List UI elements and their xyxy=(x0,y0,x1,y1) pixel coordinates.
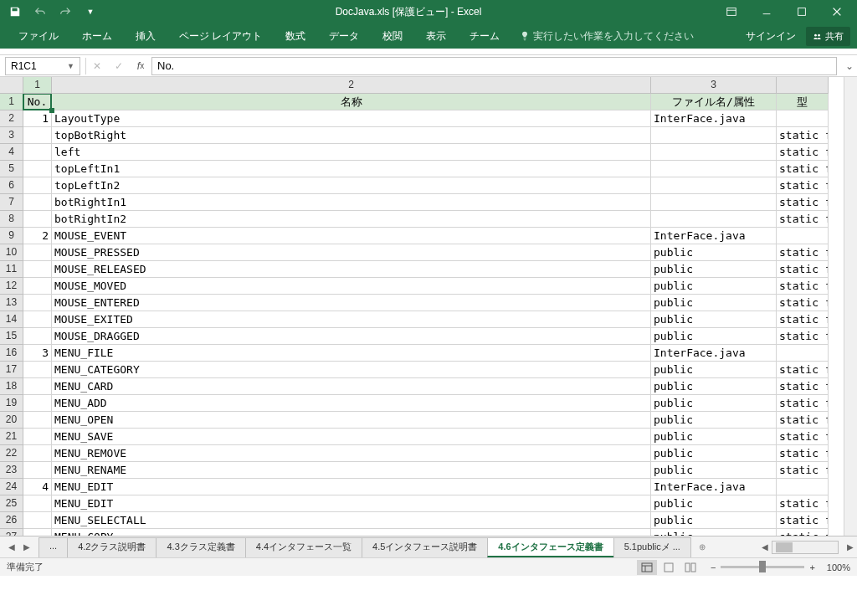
new-sheet-icon[interactable]: ⊕ xyxy=(695,540,709,555)
cell[interactable]: static f xyxy=(777,261,829,278)
cell[interactable]: MOUSE_ENTERED xyxy=(52,295,651,311)
cell[interactable] xyxy=(23,295,52,311)
row-header[interactable]: 25 xyxy=(0,495,23,512)
row-header[interactable]: 14 xyxy=(0,311,23,328)
row-header[interactable]: 3 xyxy=(0,127,23,144)
row-header[interactable]: 23 xyxy=(0,462,23,479)
minimize-icon[interactable] xyxy=(750,2,783,22)
cell[interactable]: public xyxy=(651,462,777,479)
cell[interactable]: MENU_EDIT xyxy=(52,479,651,495)
column-header[interactable]: 2 xyxy=(52,77,651,93)
cell[interactable]: public xyxy=(651,429,777,445)
hscroll-right-icon[interactable]: ▶ xyxy=(844,540,857,555)
sheet-tab[interactable]: 4.4インタフェース一覧 xyxy=(245,537,362,557)
cell[interactable] xyxy=(23,261,52,278)
row-header[interactable]: 18 xyxy=(0,378,23,395)
cell[interactable]: 4 xyxy=(23,479,52,495)
cell[interactable]: MENU_EDIT xyxy=(52,495,651,512)
cell[interactable]: static f xyxy=(777,311,829,328)
cell[interactable] xyxy=(777,345,829,362)
view-page-break-icon[interactable] xyxy=(680,560,700,575)
save-icon[interactable] xyxy=(3,2,27,22)
cell[interactable]: MENU_RENAME xyxy=(52,462,651,479)
zoom-in-icon[interactable]: + xyxy=(809,562,814,572)
row-header[interactable]: 19 xyxy=(0,395,23,412)
column-headers[interactable]: 123 xyxy=(23,77,829,94)
cell[interactable]: static f xyxy=(777,127,829,144)
row-header[interactable]: 26 xyxy=(0,512,23,529)
cell[interactable] xyxy=(23,395,52,412)
row-header[interactable]: 2 xyxy=(0,110,23,127)
ribbon-tab[interactable]: データ xyxy=(317,29,371,44)
row-header[interactable]: 20 xyxy=(0,412,23,429)
cell[interactable]: topBotRight xyxy=(52,127,651,144)
cell[interactable]: public xyxy=(651,311,777,328)
cell[interactable]: InterFace.java xyxy=(651,228,777,244)
cell[interactable]: MENU_ADD xyxy=(52,395,651,412)
cell-grid[interactable]: No.名称ファイル名/属性型1LayoutTypeInterFace.javat… xyxy=(23,94,829,536)
sheet-tab[interactable]: 4.5インタフェース説明書 xyxy=(362,537,488,557)
cell[interactable] xyxy=(777,110,829,127)
ribbon-tab[interactable]: ページ レイアウト xyxy=(167,29,274,44)
zoom-out-icon[interactable]: − xyxy=(711,562,716,572)
sheet-tab[interactable]: 5.1publicメ ... xyxy=(613,537,691,557)
cell[interactable]: botRightIn2 xyxy=(52,211,651,228)
cell[interactable]: 3 xyxy=(23,345,52,362)
cell[interactable]: LayoutType xyxy=(52,110,651,127)
cell[interactable] xyxy=(23,144,52,161)
cell[interactable]: static f xyxy=(777,395,829,412)
cell[interactable] xyxy=(23,429,52,445)
cell[interactable]: InterFace.java xyxy=(651,110,777,127)
tell-me-box[interactable]: 実行したい作業を入力してください xyxy=(511,29,702,44)
sheet-tab[interactable]: 4.3クラス定義書 xyxy=(156,537,245,557)
cell[interactable] xyxy=(777,479,829,495)
cell[interactable]: public xyxy=(651,495,777,512)
cell[interactable]: topLeftIn1 xyxy=(52,161,651,177)
cell[interactable]: static f xyxy=(777,495,829,512)
header-cell[interactable]: No. xyxy=(23,94,52,110)
row-header[interactable]: 4 xyxy=(0,144,23,161)
chevron-down-icon[interactable]: ▼ xyxy=(67,62,74,70)
row-header[interactable]: 12 xyxy=(0,278,23,295)
cell[interactable] xyxy=(23,244,52,261)
row-header[interactable]: 9 xyxy=(0,228,23,244)
cell[interactable]: MOUSE_RELEASED xyxy=(52,261,651,278)
zoom-level[interactable]: 100% xyxy=(827,562,850,572)
row-header[interactable]: 27 xyxy=(0,529,23,536)
cell[interactable]: MENU_OPEN xyxy=(52,412,651,429)
row-header[interactable]: 7 xyxy=(0,194,23,211)
expand-formula-icon[interactable]: ⌄ xyxy=(842,60,857,72)
cell[interactable]: MENU_FILE xyxy=(52,345,651,362)
cell[interactable]: MOUSE_EVENT xyxy=(52,228,651,244)
cell[interactable] xyxy=(651,211,777,228)
cell[interactable]: static f xyxy=(777,161,829,177)
cell[interactable]: static f xyxy=(777,512,829,529)
row-header[interactable]: 17 xyxy=(0,362,23,378)
undo-icon[interactable] xyxy=(28,2,52,22)
row-header[interactable]: 22 xyxy=(0,445,23,462)
row-headers[interactable]: 1234567891011121314151617181920212223242… xyxy=(0,94,23,536)
cell[interactable]: InterFace.java xyxy=(651,479,777,495)
cell[interactable] xyxy=(651,177,777,194)
header-cell[interactable]: 名称 xyxy=(52,94,651,110)
cell[interactable] xyxy=(23,445,52,462)
column-header[interactable] xyxy=(777,77,829,93)
cell[interactable] xyxy=(777,228,829,244)
cell[interactable]: public xyxy=(651,278,777,295)
view-page-layout-icon[interactable] xyxy=(659,560,679,575)
close-icon[interactable] xyxy=(820,2,854,22)
fx-icon[interactable]: fx xyxy=(130,57,151,75)
column-header[interactable]: 3 xyxy=(651,77,777,93)
cell[interactable]: public xyxy=(651,362,777,378)
ribbon-tab[interactable]: ホーム xyxy=(70,29,124,44)
cell[interactable]: InterFace.java xyxy=(651,345,777,362)
cell[interactable]: static f xyxy=(777,194,829,211)
cell[interactable] xyxy=(23,127,52,144)
cell[interactable] xyxy=(23,177,52,194)
header-cell[interactable]: 型 xyxy=(777,94,829,110)
cell[interactable] xyxy=(23,328,52,345)
row-header[interactable]: 24 xyxy=(0,479,23,495)
cell[interactable]: static f xyxy=(777,378,829,395)
fill-handle[interactable] xyxy=(49,108,54,113)
name-box[interactable]: R1C1 ▼ xyxy=(5,57,80,75)
